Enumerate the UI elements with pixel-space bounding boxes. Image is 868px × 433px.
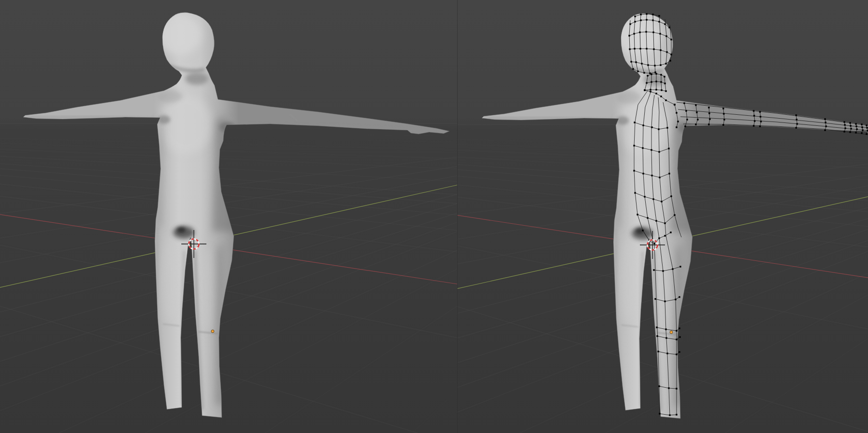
mesh-vertex[interactable] (629, 48, 630, 50)
mesh-vertex[interactable] (664, 82, 665, 84)
mesh-vertex[interactable] (632, 68, 634, 69)
mesh-vertex[interactable] (634, 15, 636, 17)
mesh-vertex[interactable] (651, 126, 652, 128)
mesh-vertex[interactable] (759, 111, 760, 112)
mesh-vertex[interactable] (844, 127, 846, 129)
mesh-vertex[interactable] (660, 74, 662, 75)
mesh-vertex[interactable] (634, 21, 636, 22)
mesh-vertex[interactable] (640, 19, 641, 21)
mesh-vertex[interactable] (664, 222, 665, 224)
mesh-vertex[interactable] (754, 120, 755, 122)
mesh-vertex[interactable] (635, 61, 637, 63)
mesh-vertex[interactable] (708, 123, 709, 125)
mesh-vertex[interactable] (760, 121, 761, 122)
mesh-vertex[interactable] (651, 149, 652, 150)
mesh-vertex[interactable] (678, 327, 680, 329)
mesh-vertex[interactable] (686, 119, 688, 120)
mesh-vertex[interactable] (658, 21, 660, 22)
mesh-vertex[interactable] (653, 269, 654, 271)
mesh-vertex[interactable] (855, 123, 856, 124)
mesh-vertex[interactable] (753, 115, 755, 116)
mesh-vertex[interactable] (660, 81, 662, 82)
mesh-vertex[interactable] (675, 298, 676, 300)
mesh-vertex[interactable] (824, 118, 826, 120)
mesh-vertex[interactable] (665, 35, 667, 37)
mesh-vertex[interactable] (843, 131, 845, 132)
mesh-vertex[interactable] (723, 113, 724, 114)
mesh-vertex[interactable] (670, 195, 672, 197)
mesh-vertex[interactable] (661, 89, 662, 91)
mesh-vertex[interactable] (849, 122, 851, 123)
mesh-vertex[interactable] (659, 176, 660, 178)
mesh-vertex[interactable] (657, 351, 659, 352)
mesh-vertex[interactable] (844, 124, 845, 125)
mesh-vertex[interactable] (628, 35, 630, 36)
mesh-vertex[interactable] (644, 196, 645, 197)
mesh-vertex[interactable] (647, 217, 648, 218)
mesh-vertex[interactable] (658, 237, 660, 239)
mesh-vertex[interactable] (660, 95, 662, 97)
mesh-vertex[interactable] (668, 173, 670, 174)
mesh-vertex[interactable] (660, 64, 661, 66)
mesh-vertex[interactable] (676, 388, 677, 389)
mesh-vertex[interactable] (708, 112, 710, 114)
mesh-vertex[interactable] (669, 414, 670, 416)
mesh-vertex[interactable] (662, 270, 664, 271)
mesh-vertex[interactable] (650, 89, 651, 90)
mesh-vertex[interactable] (843, 121, 845, 122)
mesh-vertex[interactable] (637, 214, 638, 215)
mesh-vertex[interactable] (658, 151, 660, 152)
mesh-vertex[interactable] (861, 123, 862, 125)
mesh-vertex[interactable] (655, 89, 657, 90)
viewport-background[interactable] (0, 0, 457, 433)
mesh-vertex[interactable] (654, 65, 655, 66)
mesh-vertex[interactable] (825, 122, 826, 123)
mesh-vertex[interactable] (672, 268, 673, 270)
mesh-vertex[interactable] (659, 413, 660, 414)
mesh-vertex[interactable] (650, 91, 651, 92)
mesh-vertex[interactable] (850, 125, 851, 126)
mesh-vertex[interactable] (653, 243, 655, 244)
mesh-vertex[interactable] (684, 125, 686, 127)
mesh-vertex[interactable] (669, 60, 671, 61)
mesh-vertex[interactable] (652, 198, 654, 200)
mesh-vertex[interactable] (647, 64, 649, 66)
mesh-vertex[interactable] (666, 51, 667, 53)
mesh-vertex[interactable] (652, 14, 653, 15)
mesh-vertex[interactable] (796, 119, 797, 120)
mesh-vertex[interactable] (661, 201, 662, 202)
mesh-vertex[interactable] (639, 48, 641, 49)
mesh-vertex[interactable] (641, 63, 642, 64)
mesh-vertex[interactable] (642, 173, 644, 174)
mesh-vertex[interactable] (676, 126, 677, 128)
mesh-vertex[interactable] (666, 352, 668, 354)
mesh-vertex[interactable] (642, 230, 643, 231)
mesh-vertex[interactable] (849, 131, 851, 133)
mesh-vertex[interactable] (664, 300, 665, 302)
mesh-vertex[interactable] (670, 54, 672, 55)
mesh-vertex[interactable] (722, 108, 724, 109)
mesh-vertex[interactable] (676, 112, 677, 113)
mesh-vertex[interactable] (824, 129, 826, 131)
mesh-vertex[interactable] (633, 145, 635, 146)
mesh-vertex[interactable] (656, 335, 658, 337)
mesh-vertex[interactable] (642, 124, 644, 126)
mesh-vertex[interactable] (708, 107, 709, 108)
mesh-vertex[interactable] (668, 27, 670, 28)
mesh-vertex[interactable] (677, 121, 678, 122)
mesh-vertex[interactable] (658, 15, 660, 16)
mesh-vertex[interactable] (856, 128, 857, 130)
mesh-vertex[interactable] (655, 220, 657, 221)
mesh-vertex[interactable] (753, 125, 754, 126)
mesh-vertex[interactable] (866, 133, 867, 135)
mesh-vertex[interactable] (678, 296, 680, 298)
mesh-vertex[interactable] (634, 192, 636, 193)
mesh-vertex[interactable] (676, 330, 677, 331)
mesh-vertex[interactable] (651, 175, 652, 176)
mesh-vertex[interactable] (855, 125, 857, 127)
mesh-vertex[interactable] (861, 126, 863, 128)
mesh-vertex[interactable] (866, 127, 868, 128)
mesh-vertex[interactable] (646, 19, 647, 20)
mesh-vertex[interactable] (646, 13, 647, 14)
mesh-vertex[interactable] (697, 119, 698, 120)
